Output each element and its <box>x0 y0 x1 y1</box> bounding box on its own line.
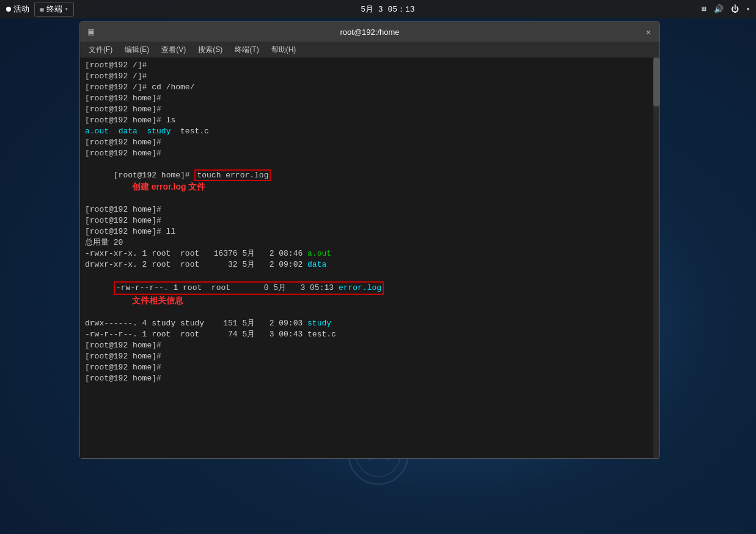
activities-icon <box>6 7 11 12</box>
terminal-line: [root@192 home]# ls <box>85 115 655 126</box>
terminal-line: [root@192 home]# <box>85 204 655 215</box>
terminal-close-button[interactable]: ✕ <box>644 27 653 37</box>
menu-search[interactable]: 搜索(S) <box>193 43 227 56</box>
menu-terminal[interactable]: 终端(T) <box>230 43 263 56</box>
annotation-create-file: 创建 error.log 文件 <box>132 182 206 191</box>
terminal-line: [root@192 home]# <box>85 340 655 351</box>
menu-file[interactable]: 文件(F) <box>84 43 117 56</box>
terminal-line: [root@192 home]# <box>85 215 655 226</box>
terminal-title: root@192:/home <box>96 28 644 37</box>
menu-view[interactable]: 查看(V) <box>156 43 191 56</box>
sound-icon: 🔊 <box>714 4 724 14</box>
scrollbar-thumb[interactable] <box>653 57 659 106</box>
power-chevron-icon[interactable]: ▾ <box>746 6 750 13</box>
terminal-line: [root@192 home]# <box>85 373 655 384</box>
terminal-scrollbar[interactable] <box>653 57 659 458</box>
terminal-line: [root@192 home]# ll <box>85 226 655 237</box>
activities-label: 活动 <box>13 4 29 15</box>
terminal-menubar: 文件(F) 编辑(E) 查看(V) 搜索(S) 终端(T) 帮助(H) <box>80 42 659 57</box>
activities-button[interactable]: 活动 <box>6 4 29 15</box>
terminal-line: [root@192 home]# <box>85 351 655 362</box>
terminal-line: [root@192 /]# <box>85 60 655 71</box>
terminal-taskbar-label: 终端 <box>46 4 62 15</box>
menu-help[interactable]: 帮助(H) <box>266 43 301 56</box>
terminal-body[interactable]: [root@192 /]# [root@192 /]# [root@192 /]… <box>80 57 659 458</box>
terminal-line-ls: a.out data study test.c <box>85 126 655 137</box>
terminal-line-total: 总用量 20 <box>85 237 655 248</box>
taskbar-datetime: 5月 3 05：13 <box>361 5 414 14</box>
terminal-window: ▣ root@192:/home ✕ 文件(F) 编辑(E) 查看(V) 搜索(… <box>79 21 660 459</box>
terminal-line-study: drwx------. 4 study study 151 5月 2 09:03… <box>85 318 655 329</box>
terminal-line: [root@192 /]# cd /home/ <box>85 82 655 93</box>
terminal-line: [root@192 home]# <box>85 104 655 115</box>
terminal-window-icon: ▣ <box>86 27 96 37</box>
errorlog-row-highlight: -rw-r--r--. 1 root root 0 5月 3 05:13 err… <box>114 281 384 295</box>
terminal-line-errorlog: -rw-r--r--. 1 root root 0 5月 3 05:13 err… <box>85 270 655 318</box>
terminal-line-aout: -rwxr-xr-x. 1 root root 16376 5月 2 08:46… <box>85 248 655 259</box>
terminal-taskbar-button[interactable]: ▣ 终端 ▾ <box>34 2 74 17</box>
menu-edit[interactable]: 编辑(E) <box>120 43 154 56</box>
terminal-titlebar: ▣ root@192:/home ✕ <box>80 22 659 42</box>
terminal-line: [root@192 home]# <box>85 362 655 373</box>
terminal-line-touch: [root@192 home]# touch error.log 创建 erro… <box>85 159 655 204</box>
terminal-line: [root@192 /]# <box>85 71 655 82</box>
terminal-line: [root@192 home]# <box>85 148 655 159</box>
annotation-file-info: 文件相关信息 <box>132 295 183 305</box>
taskbar: 活动 ▣ 终端 ▾ 5月 3 05：13 ⊞ 🔊 ⏻ ▾ <box>0 0 756 18</box>
power-icon[interactable]: ⏻ <box>731 5 739 14</box>
terminal-line-data: drwxr-xr-x. 2 root root 32 5月 2 09:02 da… <box>85 259 655 270</box>
terminal-line: [root@192 home]# <box>85 93 655 104</box>
touch-command-highlight: touch error.log <box>194 169 271 181</box>
network-icon: ⊞ <box>702 4 706 14</box>
terminal-line-testc: -rw-r--r--. 1 root root 74 5月 3 00:43 te… <box>85 329 655 340</box>
terminal-line: [root@192 home]# <box>85 137 655 148</box>
